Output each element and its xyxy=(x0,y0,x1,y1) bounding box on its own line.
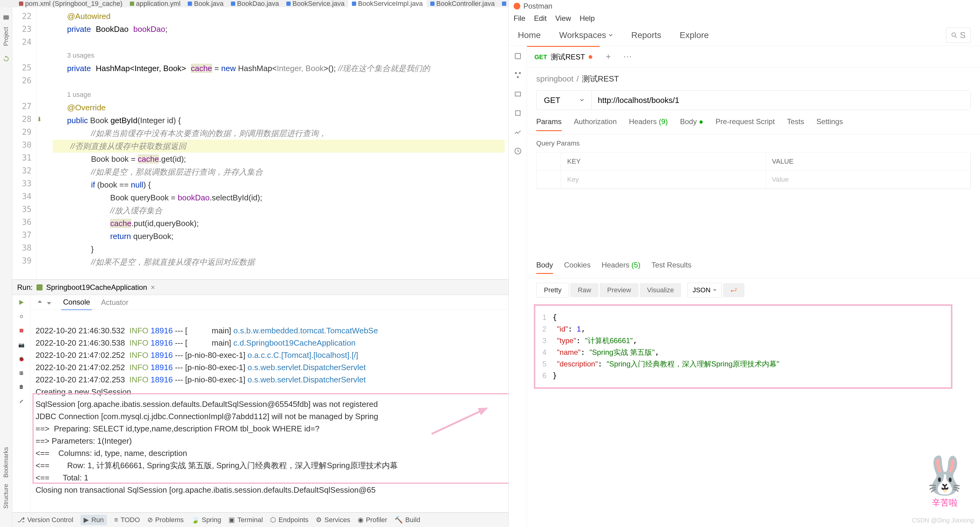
xml-icon xyxy=(19,2,23,6)
nav-workspaces[interactable]: Workspaces xyxy=(559,30,613,40)
key-input[interactable]: Key xyxy=(561,171,766,188)
svg-point-1 xyxy=(20,315,23,318)
project-tool[interactable]: Project xyxy=(2,27,10,46)
postman-titlebar: Postman xyxy=(509,0,980,12)
new-tab-button[interactable]: + xyxy=(600,52,617,62)
rerun-button[interactable] xyxy=(17,298,26,307)
file-tab-app[interactable]: Springboot19CacheApplication.java xyxy=(498,0,508,7)
file-tab-bookservice[interactable]: BookService.java xyxy=(283,0,348,7)
annotation-box xyxy=(32,393,508,484)
expand-button[interactable]: ⤢ xyxy=(17,397,26,405)
view-visualize[interactable]: Visualize xyxy=(640,283,681,297)
file-tab-yml[interactable]: application.yml xyxy=(126,0,185,7)
search-icon xyxy=(951,32,957,38)
todo-tool[interactable]: ≡ TODO xyxy=(114,516,140,524)
code-editor[interactable]: 222324252627282930313233343536373839 ⬇ @… xyxy=(12,7,508,279)
sticker-image: 🐰辛苦啦 xyxy=(922,454,968,509)
profiler-tool[interactable]: ◉ Profiler xyxy=(358,516,387,524)
apis-icon[interactable] xyxy=(514,71,522,79)
chevron-down-icon xyxy=(580,98,584,102)
url-input[interactable] xyxy=(592,91,970,110)
wrap-button[interactable]: ⮐ xyxy=(723,283,745,297)
terminal-tool[interactable]: ▣ Terminal xyxy=(229,516,263,524)
row-check[interactable] xyxy=(536,171,561,188)
file-tab-bookdao[interactable]: BookDao.java xyxy=(227,0,283,7)
response-body[interactable]: 1{ 2 "id": 1, 3 "type": "计算机66661", 4 "n… xyxy=(536,307,971,386)
tool-window-bar-left: Project Bookmarks Structure xyxy=(0,7,12,527)
close-icon[interactable]: × xyxy=(151,283,155,292)
menu-edit[interactable]: Edit xyxy=(534,14,547,23)
actuator-tab[interactable]: Actuator xyxy=(101,298,128,307)
file-tab-controller[interactable]: BookController.java xyxy=(426,0,499,7)
view-preview[interactable]: Preview xyxy=(600,283,638,297)
console-output[interactable]: 2022-10-20 21:46:30.532 INFO 18916 --- [… xyxy=(30,310,508,512)
collections-icon[interactable] xyxy=(514,52,522,60)
watermark: CSDN @Ding Jiaxiong xyxy=(912,517,974,524)
response-tabs: Body Cookies Headers (5) Test Results xyxy=(527,256,980,279)
col-key: KEY xyxy=(561,153,766,170)
folder-icon[interactable] xyxy=(2,13,10,21)
resp-body-tab[interactable]: Body xyxy=(536,261,553,274)
menu-view[interactable]: View xyxy=(555,14,571,23)
view-raw[interactable]: Raw xyxy=(570,283,598,297)
svg-rect-10 xyxy=(515,111,520,115)
resp-headers-tab[interactable]: Headers (5) xyxy=(601,261,640,274)
bookmarks-tool[interactable]: Bookmarks xyxy=(2,447,10,478)
tab-headers[interactable]: Headers (9) xyxy=(629,117,668,131)
nav-reports[interactable]: Reports xyxy=(631,30,661,40)
crumb-request: 测试REST xyxy=(582,74,619,83)
console-tab[interactable]: Console xyxy=(61,295,92,310)
file-tab-pom[interactable]: pom.xml (Springboot_19_cache) xyxy=(15,0,126,7)
code-content[interactable]: @Autowired private BookDao bookDao; 3 us… xyxy=(49,7,508,279)
services-tool[interactable]: ⚙ Services xyxy=(316,516,350,524)
build-tool[interactable]: 🔨 Build xyxy=(395,516,420,524)
file-tab-book[interactable]: Book.java xyxy=(184,0,227,7)
request-tab[interactable]: GET 测试REST xyxy=(527,46,600,67)
tab-settings[interactable]: Settings xyxy=(816,117,843,131)
menu-help[interactable]: Help xyxy=(580,14,595,23)
down-icon[interactable] xyxy=(46,299,52,306)
nav-home[interactable]: Home xyxy=(518,30,541,40)
version-control-tool[interactable]: ⎇ Version Control xyxy=(17,516,73,524)
history-icon[interactable] xyxy=(514,147,522,155)
problems-tool[interactable]: ⊘ Problems xyxy=(147,516,184,524)
log-line: 2022-10-20 21:47:02.252 INFO 18916 --- [… xyxy=(35,350,358,360)
resp-cookies-tab[interactable]: Cookies xyxy=(564,261,591,274)
menu-file[interactable]: File xyxy=(514,14,525,23)
spring-tool[interactable]: 🍃 Spring xyxy=(191,516,221,524)
file-tab-bookserviceimpl[interactable]: BookServiceImpl.java xyxy=(348,0,426,7)
camera-button[interactable]: 📷 xyxy=(17,341,26,349)
tab-menu-button[interactable]: ⋯ xyxy=(617,51,638,62)
mock-icon[interactable] xyxy=(514,109,522,117)
tab-authorization[interactable]: Authorization xyxy=(574,117,617,131)
run-config-name[interactable]: Springboot19CacheApplication xyxy=(46,283,147,292)
layout-button[interactable]: ⊞ xyxy=(17,369,26,377)
structure-tool[interactable]: Structure xyxy=(2,484,10,509)
up-icon[interactable] xyxy=(37,299,43,306)
environments-icon[interactable] xyxy=(514,90,522,98)
postman-sidebar xyxy=(509,46,527,527)
method-selector[interactable]: GET xyxy=(536,91,592,110)
nav-explore[interactable]: Explore xyxy=(679,30,709,40)
monitors-icon[interactable] xyxy=(514,128,522,136)
request-section-tabs: Params Authorization Headers (9) Body ● … xyxy=(527,110,980,134)
tab-body[interactable]: Body ● xyxy=(680,117,703,131)
col-value: VALUE xyxy=(766,153,971,170)
refresh-icon[interactable] xyxy=(2,55,10,62)
trash-button[interactable]: 🗑 xyxy=(17,383,26,391)
value-input[interactable]: Value xyxy=(766,171,971,188)
tab-params[interactable]: Params xyxy=(536,117,562,131)
resp-tests-tab[interactable]: Test Results xyxy=(651,261,692,274)
endpoints-tool[interactable]: ⬡ Endpoints xyxy=(270,516,309,524)
app-title: Postman xyxy=(523,2,552,10)
tab-tests[interactable]: Tests xyxy=(787,117,804,131)
tab-prerequest[interactable]: Pre-request Script xyxy=(715,117,775,131)
stop-button[interactable] xyxy=(17,326,26,335)
settings-button[interactable] xyxy=(17,312,26,321)
view-pretty[interactable]: Pretty xyxy=(536,283,569,298)
debug-button[interactable]: 🐞 xyxy=(17,355,26,363)
search-input[interactable]: S xyxy=(946,27,971,43)
crumb-workspace[interactable]: springboot xyxy=(536,74,573,83)
format-selector[interactable]: JSON xyxy=(687,283,722,298)
run-tool[interactable]: ▶ Run xyxy=(81,515,107,525)
